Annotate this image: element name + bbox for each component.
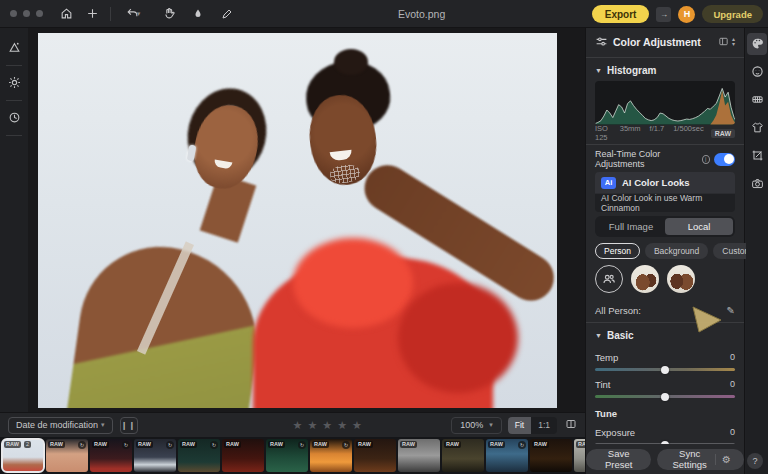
raw-badge: RAW: [48, 441, 65, 448]
filmstrip-thumbnail-11[interactable]: RAW: [442, 439, 484, 472]
tab-camera[interactable]: [747, 173, 767, 195]
brush-tool-button[interactable]: [216, 4, 238, 24]
filmstrip-thumbnail-13[interactable]: RAW: [530, 439, 572, 472]
chip-person[interactable]: Person: [595, 243, 640, 259]
enhance-button[interactable]: [3, 71, 25, 95]
tab-clothing[interactable]: [747, 117, 767, 139]
rail-divider: [6, 135, 22, 136]
filmstrip-thumbnail-14[interactable]: RAW: [574, 439, 585, 472]
photo-left-body: [66, 236, 269, 408]
subject-avatar-1[interactable]: [631, 265, 659, 293]
filmstrip-thumbnail-4[interactable]: RAW↻: [134, 439, 176, 472]
tab-portrait-retouch[interactable]: [747, 61, 767, 83]
panel-collapse-icon[interactable]: ▴▾: [732, 37, 735, 47]
color-picker-tool-button[interactable]: [187, 4, 209, 24]
panel-layout-icon[interactable]: [718, 36, 729, 49]
tab-color-adjustment[interactable]: [747, 33, 767, 55]
upgrade-button[interactable]: Upgrade: [702, 5, 763, 23]
rating-star[interactable]: ★: [322, 419, 332, 432]
filmstrip-thumbnail-8[interactable]: RAW↻: [310, 439, 352, 472]
tint-slider-handle[interactable]: [661, 393, 669, 401]
tint-value: 0: [730, 379, 735, 389]
photo-red-dress-highlight: [293, 238, 413, 328]
filmstrip-thumbnail-6[interactable]: RAW: [222, 439, 264, 472]
edit-pencil-icon[interactable]: ✎: [727, 305, 735, 316]
pause-button[interactable]: ❙❙: [120, 417, 138, 434]
tab-teeth-retouch[interactable]: [747, 89, 767, 111]
actual-size-button[interactable]: 1:1: [531, 417, 557, 434]
raw-format-badge: RAW: [711, 129, 735, 138]
exposure-label: Exposure: [595, 427, 635, 438]
pan-tool-button[interactable]: [158, 4, 180, 24]
compare-view-button[interactable]: [565, 418, 577, 432]
exif-value: 1/500sec: [673, 124, 703, 142]
undo-button[interactable]: ▾: [118, 4, 148, 24]
help-button[interactable]: ?: [747, 453, 763, 469]
photo-preview[interactable]: [38, 33, 557, 408]
histogram-section-header[interactable]: ▼ Histogram: [595, 61, 735, 79]
info-icon[interactable]: i: [702, 155, 710, 164]
camera-icon: [751, 177, 764, 192]
realtime-toggle[interactable]: [714, 153, 735, 166]
save-preset-button[interactable]: Save Preset: [586, 449, 651, 470]
canvas-workspace[interactable]: [28, 28, 585, 412]
histogram-chart: [595, 81, 735, 125]
new-project-button[interactable]: [81, 4, 103, 24]
export-button[interactable]: Export: [592, 5, 650, 23]
rating-star[interactable]: ★: [293, 419, 303, 432]
adjustment-prism-button[interactable]: [3, 36, 25, 60]
window-controls[interactable]: [10, 10, 43, 17]
collapse-triangle-icon: ▼: [595, 67, 602, 74]
chip-background[interactable]: Background: [645, 243, 708, 259]
temp-slider[interactable]: [595, 368, 735, 371]
home-button[interactable]: [55, 4, 77, 24]
rail-divider: [6, 100, 22, 101]
filmstrip-thumbnail-9[interactable]: RAW: [354, 439, 396, 472]
rating-star[interactable]: ★: [307, 419, 317, 432]
zoom-dropdown[interactable]: 100% ▾: [451, 417, 502, 434]
user-avatar[interactable]: H: [678, 6, 695, 23]
scope-tab-full-image[interactable]: Full Image: [597, 218, 665, 235]
grid-rows-icon: [751, 93, 764, 108]
raw-badge: RAW: [4, 441, 21, 448]
subject-avatar-2[interactable]: [667, 265, 695, 293]
filmstrip-thumbnail-3[interactable]: RAW↻: [90, 439, 132, 472]
fit-button[interactable]: Fit: [508, 417, 531, 434]
crop-frame-icon: [751, 149, 764, 164]
temp-slider-row: Temp 0: [595, 350, 735, 371]
temp-label: Temp: [595, 352, 618, 363]
filmstrip-thumbnail-12[interactable]: RAW↻: [486, 439, 528, 472]
top-toolbar: ▾ Evoto.png Export → H Upgrade: [0, 0, 768, 28]
color-adjustment-panel: Color Adjustment ▴▾ ▼ Histogram ISO 1253…: [585, 28, 745, 474]
tint-slider[interactable]: [595, 395, 735, 398]
document-title: Evoto.png: [398, 0, 445, 28]
home-icon: [60, 7, 73, 20]
shirt-icon: [751, 121, 764, 136]
panel-footer: Save Preset Sync Settings ⚙: [586, 444, 744, 474]
gear-icon[interactable]: ⚙: [715, 454, 731, 465]
subject-avatar-row: [595, 265, 735, 293]
undo-dropdown-caret[interactable]: ▾: [137, 10, 141, 18]
temp-slider-handle[interactable]: [661, 366, 669, 374]
sun-icon: [8, 76, 21, 91]
raw-badge: RAW: [268, 441, 285, 448]
ai-color-looks-card[interactable]: Ai AI Color Looks: [595, 172, 735, 193]
history-button[interactable]: [3, 106, 25, 130]
sort-dropdown[interactable]: Date de modification ▾: [8, 417, 113, 434]
filmstrip-thumbnail-2[interactable]: RAW↻: [46, 439, 88, 472]
rating-star[interactable]: ★: [352, 419, 362, 432]
export-queue-button[interactable]: →: [656, 7, 671, 22]
sync-status-icon: ↻: [166, 441, 174, 449]
filmstrip-thumbnail-1[interactable]: RAW2: [2, 439, 44, 472]
evoto-app-window: ▾ Evoto.png Export → H Upgrade: [0, 0, 768, 474]
scope-tab-local[interactable]: Local: [665, 218, 733, 235]
filmstrip-thumbnail-5[interactable]: RAW↻: [178, 439, 220, 472]
fit-toggle-group: Fit 1:1: [508, 417, 557, 434]
all-subjects-avatar[interactable]: [595, 265, 623, 293]
chevron-down-icon: ▾: [489, 421, 493, 429]
filmstrip-thumbnail-10[interactable]: RAW: [398, 439, 440, 472]
sync-settings-button[interactable]: Sync Settings ⚙: [657, 449, 744, 470]
rating-star[interactable]: ★: [337, 419, 347, 432]
filmstrip-thumbnail-7[interactable]: RAW↻: [266, 439, 308, 472]
tab-crop[interactable]: [747, 145, 767, 167]
